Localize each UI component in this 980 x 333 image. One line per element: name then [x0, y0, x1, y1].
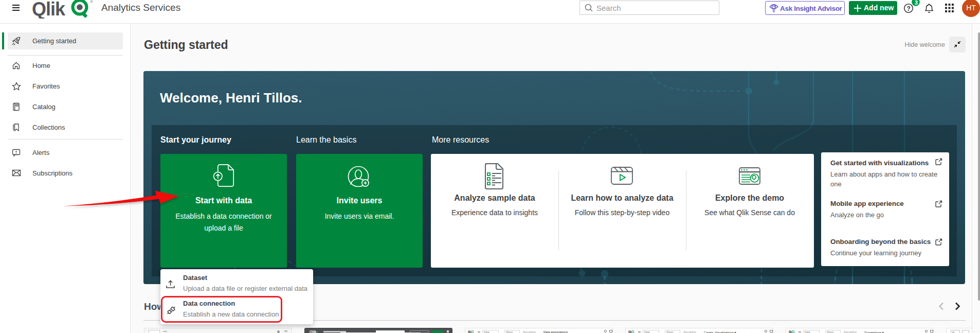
svg-text:?: ? [907, 5, 911, 12]
svg-text:R: R [91, 1, 93, 3]
svg-text:3: 3 [915, 0, 918, 6]
svg-text:Qlik: Qlik [32, 0, 66, 19]
